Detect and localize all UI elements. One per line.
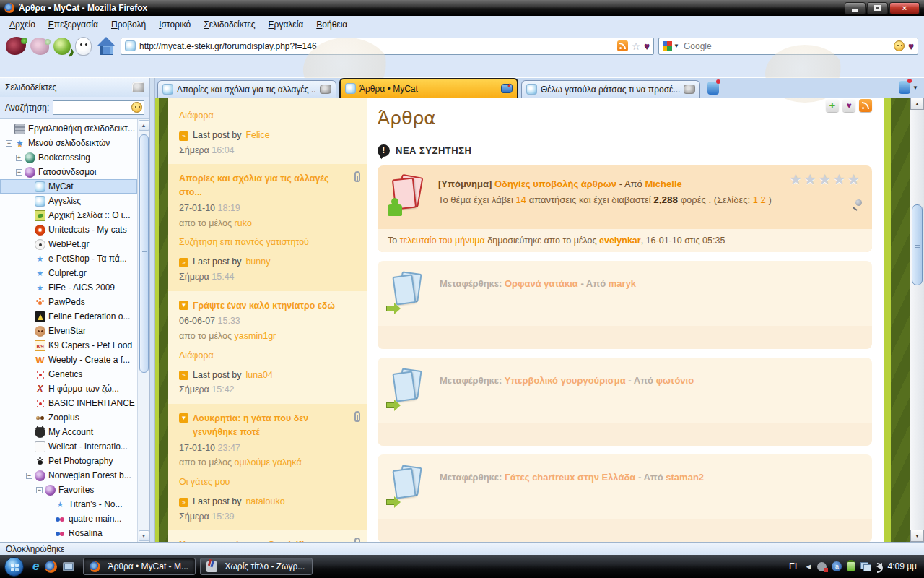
tree-expander[interactable]: − bbox=[6, 140, 12, 147]
bookmarks-search-input[interactable] bbox=[53, 100, 144, 115]
tree-expander[interactable]: − bbox=[16, 169, 22, 176]
bookmark-tree-item[interactable]: Zooplus bbox=[0, 410, 137, 425]
bookmark-tree-item[interactable]: Feline Federation o... bbox=[0, 309, 137, 324]
home-button[interactable] bbox=[96, 37, 116, 56]
url-bar[interactable]: ☆ ♥ bbox=[121, 38, 654, 55]
last-post-user-link[interactable]: evelynkar bbox=[599, 236, 641, 246]
scroll-up-icon[interactable]: ▲ bbox=[139, 120, 149, 131]
last-message-link[interactable]: τελευταίο του μήνυμα bbox=[400, 236, 485, 246]
add-icon[interactable]: + bbox=[826, 99, 839, 112]
last-post-user-link[interactable]: bunny bbox=[245, 255, 270, 269]
bookmark-star-icon[interactable]: ☆ bbox=[632, 41, 641, 51]
last-post-user-link[interactable]: Felice bbox=[245, 129, 269, 142]
scroll-up-icon[interactable]: ▲ bbox=[910, 98, 924, 110]
tray-battery-icon[interactable] bbox=[847, 561, 855, 571]
bookmark-tree-item[interactable]: FiFe - AICS 2009 bbox=[0, 280, 137, 295]
bookmark-tree-item[interactable]: Weebly - Create a f... bbox=[0, 353, 137, 367]
bookmark-tree-item[interactable]: − Μενού σελιδοδεικτών bbox=[0, 136, 137, 150]
last-post-user-link[interactable]: luna04 bbox=[245, 368, 273, 382]
stop-button[interactable] bbox=[75, 37, 92, 56]
tray-messenger-icon[interactable] bbox=[817, 562, 827, 571]
bookmark-tree-item[interactable]: Wellcat - Internatio... bbox=[0, 439, 137, 454]
browser-tab[interactable]: Άρθρα • MyCat bbox=[339, 78, 518, 98]
tree-expander[interactable]: + bbox=[16, 155, 22, 161]
search-heart-icon[interactable]: ♥ bbox=[908, 41, 914, 51]
tree-expander[interactable]: − bbox=[26, 473, 32, 479]
menu-item[interactable]: Προβολή bbox=[105, 17, 152, 32]
tab-close-icon[interactable] bbox=[684, 85, 695, 94]
bookmark-tree-item[interactable]: WebPet.gr bbox=[0, 237, 137, 251]
bookmark-tree-item[interactable]: BASIC INHERITANCE bbox=[0, 396, 137, 410]
moved-author-link[interactable]: staman2 bbox=[666, 472, 704, 483]
taskbar-window-button[interactable]: Χωρίς τίτλο - Ζωγρ... bbox=[200, 558, 313, 575]
internet-explorer-icon[interactable]: e bbox=[32, 559, 39, 574]
url-input[interactable] bbox=[139, 41, 614, 51]
bookmark-tree-item[interactable]: quatre main... bbox=[0, 512, 137, 526]
new-tab-icon[interactable] bbox=[707, 82, 719, 95]
back-button[interactable] bbox=[6, 37, 26, 55]
search-go-icon[interactable] bbox=[894, 40, 905, 51]
sidebar-search-icon[interactable] bbox=[131, 102, 142, 113]
bookmark-tree-item[interactable]: My Account bbox=[0, 425, 137, 439]
member-link[interactable]: ruko bbox=[235, 218, 252, 228]
browser-tab[interactable]: Απορίες και σχόλια για τις αλλαγές ... bbox=[157, 80, 336, 98]
sidebar-scrollbar[interactable]: ▲ ▼ bbox=[137, 119, 149, 542]
tab-close-icon[interactable] bbox=[501, 84, 513, 93]
reload-button[interactable] bbox=[53, 38, 71, 55]
sidebar-splitter[interactable] bbox=[149, 78, 155, 542]
google-engine-icon[interactable]: ▼ bbox=[663, 40, 680, 51]
sidebar-scroll-thumb[interactable] bbox=[139, 134, 149, 373]
page-scroll-thumb[interactable] bbox=[912, 204, 923, 285]
browser-tab[interactable]: Θέλω γατούλα ράτσας τι να προσέ... bbox=[521, 80, 700, 98]
rating-stars[interactable]: ★★★★★ bbox=[790, 171, 862, 188]
sticky-author-link[interactable]: Michelle bbox=[645, 178, 681, 189]
bookmark-tree-item[interactable]: e-PetShop - Τα πά... bbox=[0, 251, 137, 266]
bookmark-tree-item[interactable]: Αρχική Σελίδα :: Ο ι... bbox=[0, 208, 137, 223]
moved-author-link[interactable]: maryk bbox=[609, 278, 636, 289]
search-bar[interactable]: ▼ ♥ bbox=[658, 38, 918, 55]
menu-item[interactable]: Εργαλεία bbox=[262, 17, 310, 32]
bookmark-tree-item[interactable]: MyCat bbox=[0, 179, 137, 194]
bookmark-tree-item[interactable]: Pet Photography bbox=[0, 454, 137, 468]
bookmark-tree-item[interactable]: − Γατοσύνδεσμοι bbox=[0, 165, 137, 179]
bookmark-tree-item[interactable]: Titran's - No... bbox=[0, 497, 137, 512]
moved-title-link[interactable]: Γάτες chartreux στην Ελλάδα bbox=[505, 472, 635, 483]
bookmark-tree-item[interactable]: PawPeds bbox=[0, 295, 137, 309]
firefox-quicklaunch-icon[interactable] bbox=[45, 561, 57, 573]
thread-title-link[interactable]: Να σας συστήσω το Gandalf! bbox=[179, 538, 346, 542]
scroll-down-icon[interactable]: ▼ bbox=[139, 530, 149, 541]
start-button[interactable] bbox=[4, 557, 24, 577]
bookmark-tree-item[interactable]: ElvenStar bbox=[0, 324, 137, 338]
tray-antivirus-icon[interactable]: a bbox=[832, 561, 842, 571]
moved-title-link[interactable]: Υπερβολικό γουργούρισμα bbox=[505, 375, 626, 386]
bookmark-tree-item[interactable]: + Bookcrossing bbox=[0, 150, 137, 165]
menu-item[interactable]: Επεξεργασία bbox=[42, 17, 105, 32]
sidebar-close-icon[interactable] bbox=[132, 82, 144, 92]
category-link[interactable]: Διάφορα bbox=[179, 350, 214, 361]
tray-volume-icon[interactable] bbox=[876, 563, 882, 570]
tree-expander[interactable]: − bbox=[36, 487, 43, 493]
restore-button[interactable] bbox=[867, 2, 888, 14]
web-search-input[interactable] bbox=[684, 41, 890, 51]
thread-title-link[interactable]: Απορίες και σχόλια για τις αλλαγές στο..… bbox=[179, 172, 346, 199]
feed-rss-icon[interactable] bbox=[859, 99, 872, 112]
member-link[interactable]: ομιλούμε γαληκά bbox=[235, 457, 302, 467]
bookmark-tree-item[interactable]: Αγγελίες bbox=[0, 194, 137, 208]
menu-item[interactable]: Σελιδοδείκτες bbox=[197, 17, 261, 32]
thread-title-link[interactable]: Γράψτε έναν καλό κτηνίατρο εδώ bbox=[193, 299, 346, 313]
page-scrollbar[interactable]: ▲ ▼ bbox=[910, 98, 924, 542]
menu-item[interactable]: Βοήθεια bbox=[310, 17, 354, 32]
moved-title-link[interactable]: Ορφανά γατάκια bbox=[505, 278, 578, 289]
minimize-button[interactable] bbox=[845, 2, 866, 14]
forward-button[interactable] bbox=[30, 38, 49, 55]
tray-chevron-icon[interactable]: ◄ bbox=[805, 562, 813, 571]
last-post-user-link[interactable]: natalouko bbox=[245, 495, 284, 509]
bookmark-tree-item[interactable]: Unitedcats - My cats bbox=[0, 223, 137, 237]
bookmark-tree-item[interactable]: − Favorites bbox=[0, 483, 137, 497]
bookmark-tree-item[interactable]: Culpret.gr bbox=[0, 266, 137, 280]
bookmark-tree-item[interactable]: Rosalina bbox=[0, 526, 137, 540]
menu-item[interactable]: Αρχείο bbox=[3, 17, 42, 32]
bookmark-tree-item[interactable]: Η φάρμα των ζώ... bbox=[0, 381, 137, 396]
tab-close-icon[interactable] bbox=[320, 85, 331, 94]
rss-icon[interactable] bbox=[617, 40, 628, 51]
